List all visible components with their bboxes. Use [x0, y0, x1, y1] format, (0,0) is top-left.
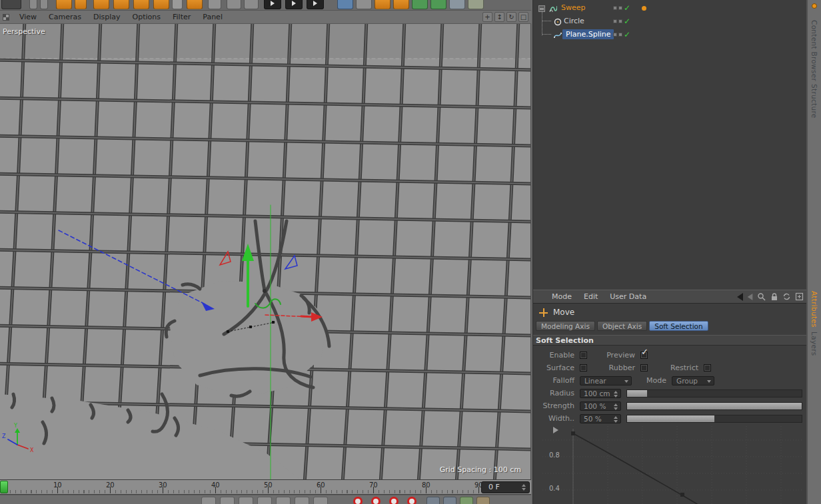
menu-user-data[interactable]: User Data — [610, 292, 646, 301]
graph-marker-icon[interactable] — [553, 427, 558, 433]
panel-icon[interactable] — [276, 497, 291, 504]
redo-icon[interactable] — [75, 0, 87, 9]
section-header[interactable]: Soft Selection — [533, 335, 806, 346]
enabled-check-icon[interactable]: ✓ — [624, 30, 630, 39]
history-back-icon[interactable] — [737, 293, 743, 301]
menu-display[interactable]: Display — [87, 13, 127, 21]
strength-field[interactable]: 100 % — [580, 401, 621, 411]
render-visibility-toggle[interactable] — [618, 6, 622, 10]
model-tool-icon[interactable] — [187, 0, 203, 9]
menu-panel[interactable]: Panel — [197, 13, 229, 21]
record-rotation-icon[interactable] — [389, 497, 399, 504]
history-forward-icon[interactable] — [748, 293, 753, 300]
falloff-dropdown[interactable]: Linear — [580, 376, 632, 385]
timeline-ruler[interactable]: 0 10 20 30 40 50 60 70 80 90 0 F — [0, 479, 531, 495]
mode-dropdown[interactable]: Group — [672, 376, 714, 385]
radius-field[interactable]: 100 cm — [580, 389, 621, 398]
pan-view-icon[interactable]: + — [482, 12, 492, 22]
render-visibility-toggle[interactable] — [618, 33, 622, 37]
panel-menu-icon[interactable] — [3, 14, 9, 21]
editor-visibility-toggle[interactable] — [613, 6, 617, 10]
play-icon[interactable] — [443, 497, 456, 504]
tab-soft-selection[interactable]: Soft Selection — [649, 321, 708, 331]
array-icon[interactable] — [430, 0, 446, 9]
surface-checkbox[interactable] — [580, 364, 587, 372]
object-name[interactable]: Sweep — [561, 3, 586, 12]
primitive-cube-icon[interactable] — [375, 0, 391, 9]
rotate-view-icon[interactable]: ↻ — [506, 12, 516, 22]
render-picture-viewer-icon[interactable] — [285, 0, 303, 9]
enabled-check-icon[interactable]: ✓ — [624, 3, 630, 13]
panel-icon[interactable] — [257, 497, 272, 504]
key-icon[interactable] — [476, 497, 490, 504]
render-visibility-toggle[interactable] — [618, 19, 622, 23]
record-scale-icon[interactable] — [371, 497, 381, 504]
solo-icon[interactable] — [460, 497, 473, 504]
menu-filter[interactable]: Filter — [167, 13, 197, 21]
viewport-canvas[interactable]: YXZ — [0, 24, 531, 479]
menu-view[interactable]: View — [13, 13, 43, 21]
tab-modeling-axis[interactable]: Modeling Axis — [536, 321, 595, 331]
layer-color-dot[interactable] — [642, 6, 646, 11]
perspective-viewport[interactable]: YXZ Perspective Grid Spacing : 100 cm — [0, 24, 531, 479]
new-panel-icon[interactable] — [795, 292, 804, 301]
layout-panel-icon[interactable] — [1, 0, 21, 9]
width-slider[interactable] — [626, 415, 802, 423]
panel-icon[interactable] — [239, 497, 253, 504]
current-frame-field[interactable]: 0 F — [481, 481, 530, 493]
undo-icon[interactable] — [56, 0, 72, 9]
expand-collapse-toggle[interactable] — [538, 5, 545, 12]
spinner-icon[interactable] — [614, 403, 618, 410]
menu-mode[interactable]: Mode — [552, 292, 572, 301]
timeline-playhead[interactable] — [0, 481, 8, 493]
view-label[interactable]: Perspective — [3, 27, 45, 36]
object-row-plane-spline[interactable]: Plane.Spline ✓ — [533, 28, 806, 41]
lock-y-icon[interactable] — [227, 0, 241, 9]
tab-layers[interactable]: Layers — [810, 332, 818, 356]
object-name[interactable]: Circle — [564, 17, 584, 25]
spinner-icon[interactable] — [614, 391, 618, 397]
object-row-circle[interactable]: Circle ✓ — [533, 15, 806, 28]
panel-icon[interactable] — [313, 497, 328, 504]
environment-icon[interactable] — [356, 0, 372, 9]
record-position-icon[interactable] — [353, 497, 363, 504]
lock-icon[interactable] — [770, 292, 778, 301]
radius-slider[interactable] — [626, 389, 802, 397]
preview-checkbox[interactable]: ✓ — [640, 352, 648, 359]
spinner-icon[interactable] — [614, 416, 618, 423]
enable-checkbox[interactable] — [580, 352, 587, 359]
move-tool-icon[interactable] — [113, 0, 129, 9]
object-row-sweep[interactable]: Sweep ✓ — [533, 1, 806, 15]
menu-options[interactable]: Options — [127, 13, 167, 21]
spline-pen-icon[interactable] — [393, 0, 409, 9]
deformer-icon[interactable] — [449, 0, 465, 9]
tab-structure[interactable]: Structure — [810, 84, 818, 119]
zoom-view-icon[interactable]: ↕ — [494, 12, 504, 22]
restrict-checkbox[interactable] — [704, 364, 711, 372]
editor-visibility-toggle[interactable] — [613, 33, 617, 37]
panel-icon[interactable] — [220, 497, 235, 504]
nurbs-icon[interactable] — [412, 0, 428, 9]
scene-icon[interactable] — [468, 0, 484, 9]
live-selection-icon[interactable] — [93, 0, 109, 9]
last-tool-icon[interactable] — [172, 0, 183, 9]
object-name-selected[interactable]: Plane.Spline — [562, 29, 614, 39]
curve-point[interactable] — [571, 431, 575, 435]
record-parameter-icon[interactable] — [407, 497, 416, 504]
frame-spinner[interactable] — [522, 484, 526, 491]
panel-icon[interactable] — [295, 497, 309, 504]
search-icon[interactable] — [757, 292, 766, 301]
enabled-check-icon[interactable]: ✓ — [624, 17, 630, 26]
menu-edit[interactable]: Edit — [584, 292, 598, 301]
width-field[interactable]: 50 % — [580, 414, 621, 423]
snap-icon[interactable] — [40, 0, 48, 9]
toggle-view-icon[interactable]: □ — [518, 12, 528, 22]
lock-x-icon[interactable] — [208, 0, 221, 9]
pointer-icon[interactable] — [29, 0, 37, 9]
menu-cameras[interactable]: Cameras — [43, 13, 87, 21]
tab-object-axis[interactable]: Object Axis — [597, 321, 647, 331]
rubber-checkbox[interactable] — [640, 364, 648, 372]
falloff-curve[interactable] — [573, 433, 760, 504]
object-manager[interactable]: Sweep ✓ Circle ✓ Plane.Spline — [533, 0, 806, 290]
sync-icon[interactable] — [782, 292, 791, 301]
